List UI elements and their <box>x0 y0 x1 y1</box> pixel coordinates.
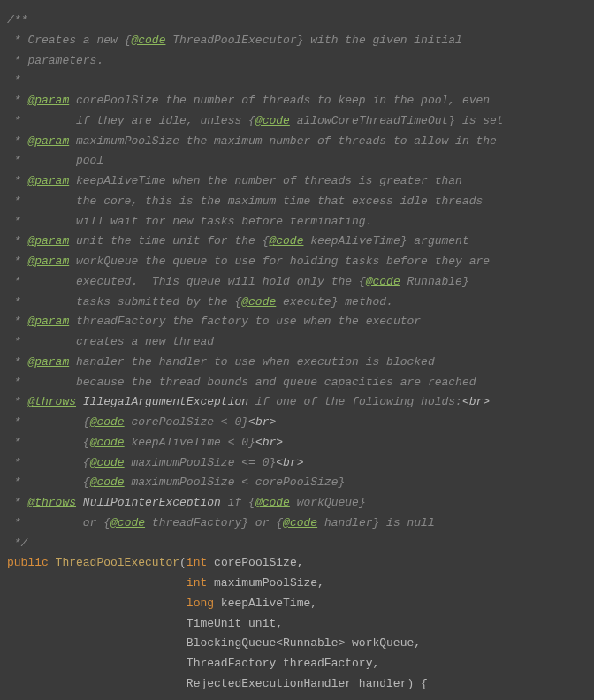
code-token: if one of the following holds: <box>248 395 462 408</box>
code-token: long <box>187 597 221 610</box>
code-line: * creates a new thread <box>7 332 587 353</box>
code-line: * because the thread bounds and queue ca… <box>7 373 587 393</box>
code-token: @code <box>241 295 276 308</box>
code-token: * <box>7 134 27 148</box>
code-line: * executed. This queue will hold only th… <box>7 272 587 293</box>
code-token: * the core, this is the maximum time tha… <box>7 194 483 208</box>
code-token: * tasks submitted by the { <box>7 295 241 308</box>
code-token: @code <box>255 496 290 509</box>
code-token: * <box>7 315 27 328</box>
code-block: /** * Creates a new {@code ThreadPoolExe… <box>7 11 587 695</box>
code-token: * <box>7 73 21 87</box>
code-token: ( <box>179 556 187 569</box>
code-token: * parameters. <box>7 54 103 67</box>
code-token: <br> <box>462 395 490 408</box>
code-token: <br> <box>248 415 276 429</box>
code-token: /** <box>7 13 27 27</box>
code-token: BlockingQueue<Runnable> workQueue, <box>7 636 421 650</box>
code-line: * @param workQueue the queue to use for … <box>7 252 587 272</box>
code-token: @code <box>366 275 400 288</box>
code-token: maximumPoolSize, <box>214 576 324 590</box>
code-line: * or {@code threadFactory} or {@code han… <box>7 514 587 534</box>
code-line: TimeUnit unit, <box>7 614 587 635</box>
code-token: * or { <box>7 516 110 529</box>
code-line: * {@code maximumPoolSize <= 0}<br> <box>7 453 587 474</box>
code-token: workQueue} <box>290 496 366 509</box>
code-token: corePoolSize, <box>214 556 303 569</box>
code-line: * @throws NullPointerException if {@code… <box>7 493 587 514</box>
code-token: @param <box>27 355 69 369</box>
code-token: NullPointerException <box>83 496 221 509</box>
code-token: keepAliveTime, <box>221 597 317 610</box>
code-line: * <box>7 71 587 91</box>
code-line: * @param handler the handler to use when… <box>7 353 587 373</box>
code-line: * tasks submitted by the {@code execute}… <box>7 293 587 313</box>
code-line: * Creates a new {@code ThreadPoolExecuto… <box>7 31 587 51</box>
code-line: * will wait for new tasks before termina… <box>7 212 587 232</box>
code-token: Runnable} <box>400 275 469 288</box>
code-line: * {@code corePoolSize < 0}<br> <box>7 413 587 433</box>
code-line: * {@code maximumPoolSize < corePoolSize} <box>7 473 587 493</box>
code-token <box>7 597 187 610</box>
code-token: * <box>7 94 27 107</box>
code-token: * <box>7 355 27 369</box>
code-token: ThreadPoolExecutor <box>56 556 179 569</box>
code-line: * parameters. <box>7 51 587 72</box>
code-token: * <box>7 234 27 247</box>
code-line: * {@code keepAliveTime < 0}<br> <box>7 433 587 453</box>
code-token: * creates a new thread <box>7 335 214 348</box>
code-line: */ <box>7 534 587 554</box>
code-token: maximumPoolSize <= 0} <box>125 456 277 469</box>
code-token: public <box>7 556 56 569</box>
code-token: @code <box>269 234 303 247</box>
code-token: TimeUnit unit, <box>7 617 283 630</box>
code-token: * { <box>7 415 90 429</box>
code-token: @param <box>27 134 69 148</box>
code-line: * @param keepAliveTime when the number o… <box>7 171 587 192</box>
code-token: <br> <box>255 436 283 449</box>
code-token: * will wait for new tasks before termina… <box>7 215 372 228</box>
code-token: corePoolSize < 0} <box>125 415 248 429</box>
code-token: ThreadPoolExecutor} with the given initi… <box>165 34 461 47</box>
code-line: * @throws IllegalArgumentException if on… <box>7 392 587 413</box>
code-token <box>76 496 83 509</box>
code-line: * @param threadFactory the factory to us… <box>7 312 587 332</box>
code-token: execute} method. <box>276 295 393 308</box>
code-token: maximumPoolSize < corePoolSize} <box>125 476 346 489</box>
code-token: @code <box>255 114 290 127</box>
code-token: * <box>7 395 27 408</box>
code-token: @param <box>27 94 69 107</box>
code-token: handler the handler to use when executio… <box>69 355 434 369</box>
code-token: @param <box>27 234 69 247</box>
code-token: @code <box>90 436 125 449</box>
code-token: unit the time unit for the { <box>69 234 269 247</box>
code-token: */ <box>7 536 27 550</box>
code-token: keepAliveTime} argument <box>303 234 468 247</box>
code-token: @throws <box>27 496 76 509</box>
code-line: * @param unit the time unit for the {@co… <box>7 232 587 252</box>
code-token: @param <box>27 315 69 328</box>
code-token: <br> <box>276 456 303 469</box>
code-line: public ThreadPoolExecutor(int corePoolSi… <box>7 553 587 574</box>
code-line: RejectedExecutionHandler handler) { <box>7 674 587 695</box>
code-token: @code <box>90 456 125 469</box>
code-token: * executed. This queue will hold only th… <box>7 275 366 288</box>
code-token: corePoolSize the number of threads to ke… <box>69 94 490 107</box>
code-token: * <box>7 174 27 187</box>
code-token: @code <box>90 415 125 429</box>
code-line: * @param corePoolSize the number of thre… <box>7 91 587 111</box>
code-token: * { <box>7 436 90 449</box>
code-token: threadFactory the factory to use when th… <box>69 315 421 328</box>
code-token: @code <box>283 516 317 529</box>
code-token: * because the thread bounds and queue ca… <box>7 376 476 389</box>
code-token: workQueue the queue to use for holding t… <box>69 255 490 268</box>
code-token: threadFactory} or { <box>145 516 283 529</box>
code-token: int <box>187 556 214 569</box>
code-token: @param <box>27 255 69 268</box>
code-line: * if they are idle, unless {@code allowC… <box>7 111 587 132</box>
code-line: ThreadFactory threadFactory, <box>7 654 587 674</box>
code-token: @throws <box>27 395 76 408</box>
code-token: @code <box>110 516 145 529</box>
code-token: keepAliveTime < 0} <box>125 436 255 449</box>
code-token: handler} is null <box>317 516 435 529</box>
